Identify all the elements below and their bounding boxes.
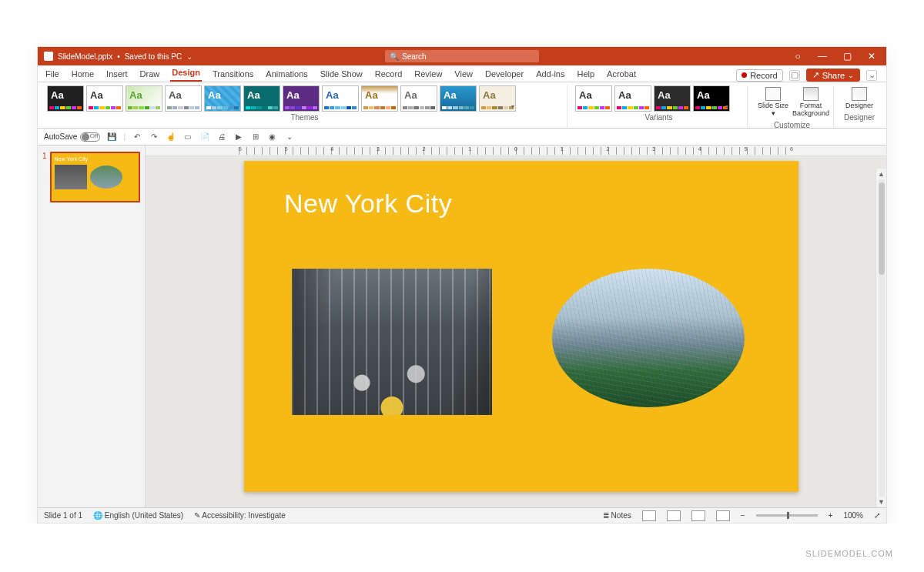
touch-mode-icon[interactable]: ☝ <box>166 132 176 142</box>
slide-thumbnail-1[interactable]: New York City <box>50 152 140 202</box>
variants-gallery[interactable]: AaAaAaAa▾ <box>575 85 742 112</box>
variant-tile-3[interactable]: Aa▾ <box>693 85 730 112</box>
sorter-view-icon[interactable] <box>667 510 681 521</box>
present-icon[interactable]: ▶ <box>233 132 244 142</box>
powerpoint-window: SlideModel.pptx • Saved to this PC ⌄ 🔍 S… <box>37 46 887 523</box>
status-bar: Slide 1 of 1 🌐 English (United States) ✎… <box>38 507 886 523</box>
aerial-photo-placeholder <box>552 269 745 407</box>
horizontal-ruler: 6543210123456 <box>146 146 886 156</box>
normal-view-icon[interactable] <box>642 510 656 521</box>
title-dropdown-icon[interactable]: ⌄ <box>186 52 192 61</box>
tab-transitions[interactable]: Transitions <box>211 68 255 82</box>
quick-access-toolbar: AutoSave Off 💾 | ↶ ↷ ☝ ▭ 📄 🖨 ▶ ⊞ ◉ ⌄ <box>38 129 886 146</box>
slide-canvas[interactable]: New York City <box>244 161 798 492</box>
slide-size-button[interactable]: Slide Size ▾ <box>755 85 791 119</box>
share-label: Share <box>822 71 845 80</box>
themes-group-label: Themes <box>290 113 318 122</box>
user-account-icon[interactable]: ○ <box>789 51 806 62</box>
theme-tile-7[interactable]: Aa <box>322 85 359 112</box>
tab-slide-show[interactable]: Slide Show <box>319 68 364 82</box>
variant-tile-2[interactable]: Aa <box>654 85 691 112</box>
tab-design[interactable]: Design <box>170 66 202 82</box>
format-background-button[interactable]: Format Background <box>793 85 829 119</box>
theme-tile-8[interactable]: Aa <box>361 85 398 112</box>
designer-icon <box>852 87 867 101</box>
accessibility-status[interactable]: ✎ Accessibility: Investigate <box>194 511 286 520</box>
scrollbar-thumb[interactable] <box>879 182 885 275</box>
language-status[interactable]: 🌐 English (United States) <box>93 511 183 520</box>
undo-icon[interactable]: ↶ <box>132 132 142 142</box>
zoom-out-icon[interactable]: − <box>741 511 745 520</box>
zoom-percent[interactable]: 100% <box>843 511 863 520</box>
save-icon[interactable]: 💾 <box>106 132 117 142</box>
tab-acrobat[interactable]: Acrobat <box>605 68 638 82</box>
zoom-slider[interactable] <box>756 514 818 517</box>
autosave-label: AutoSave <box>44 132 77 141</box>
vertical-scrollbar[interactable]: ▲ ▼ <box>875 169 886 507</box>
cameo-icon[interactable]: ◉ <box>267 132 278 142</box>
slide-image-rect[interactable] <box>292 269 492 415</box>
tab-help[interactable]: Help <box>575 68 596 82</box>
tab-home[interactable]: Home <box>70 68 95 82</box>
search-box[interactable]: 🔍 Search <box>385 50 539 62</box>
theme-tile-6[interactable]: Aa <box>283 85 320 112</box>
share-button[interactable]: ↗ Share ⌄ <box>806 69 860 82</box>
variant-tile-1[interactable]: Aa <box>614 85 651 112</box>
ribbon: AaAaAaAaAaAaAaAaAaAaAaAa▾ Themes AaAaAaA… <box>38 82 886 129</box>
theme-tile-2[interactable]: Aa <box>126 85 162 112</box>
variant-tile-0[interactable]: Aa <box>575 85 612 112</box>
qat-dropdown-icon[interactable]: ⌄ <box>284 132 295 142</box>
reading-view-icon[interactable] <box>691 510 705 521</box>
toggle-switch-icon: Off <box>80 132 100 142</box>
scroll-up-icon[interactable]: ▲ <box>878 169 885 179</box>
tab-file[interactable]: File <box>44 68 61 82</box>
grid-icon[interactable]: ⊞ <box>250 132 261 142</box>
designer-button[interactable]: Designer <box>842 85 877 112</box>
notes-button[interactable]: ≣ Notes <box>603 511 631 520</box>
tab-add-ins[interactable]: Add-ins <box>534 68 566 82</box>
theme-tile-0[interactable]: Aa <box>47 85 84 112</box>
maximize-button[interactable]: ▢ <box>839 51 855 62</box>
slide-counter: Slide 1 of 1 <box>44 511 82 520</box>
ribbon-collapse-icon[interactable]: ⌄ <box>866 70 877 81</box>
theme-tile-3[interactable]: Aa <box>165 85 202 112</box>
slide-thumbnails-panel: 1 New York City <box>38 146 146 507</box>
filename: SlideModel.pptx <box>58 52 112 61</box>
theme-tile-9[interactable]: Aa <box>400 85 437 112</box>
variants-group-label: Variants <box>645 113 673 122</box>
record-button[interactable]: Record <box>736 69 782 82</box>
new-slide-icon[interactable]: ▭ <box>182 132 193 142</box>
slideshow-view-icon[interactable] <box>716 510 730 521</box>
slide-title-text[interactable]: New York City <box>284 189 452 219</box>
record-dot-icon <box>742 72 747 78</box>
theme-tile-1[interactable]: Aa <box>86 85 123 112</box>
tab-record[interactable]: Record <box>373 68 403 82</box>
tab-draw[interactable]: Draw <box>139 68 162 82</box>
tab-insert[interactable]: Insert <box>105 68 129 82</box>
thumbnail-image-oval <box>90 166 122 189</box>
tab-view[interactable]: View <box>453 68 474 82</box>
zoom-in-icon[interactable]: + <box>829 511 833 520</box>
themes-gallery[interactable]: AaAaAaAaAaAaAaAaAaAaAaAa▾ <box>47 85 562 112</box>
tab-review[interactable]: Review <box>413 68 444 82</box>
canvas-area: 6543210123456 New York City <box>146 146 886 507</box>
theme-tile-11[interactable]: Aa▾ <box>479 85 516 112</box>
scroll-down-icon[interactable]: ▼ <box>878 497 885 507</box>
tab-animations[interactable]: Animations <box>264 68 309 82</box>
search-icon: 🔍 <box>390 52 399 61</box>
app-icon <box>44 52 53 61</box>
theme-tile-10[interactable]: Aa <box>440 85 477 112</box>
tab-developer[interactable]: Developer <box>484 68 525 82</box>
theme-tile-5[interactable]: Aa <box>243 85 280 112</box>
slide-image-oval[interactable] <box>552 269 745 407</box>
present-dropdown-icon[interactable]: ▢ <box>789 70 800 81</box>
redo-icon[interactable]: ↷ <box>149 132 159 142</box>
print-icon[interactable]: 🖨 <box>216 132 227 142</box>
theme-tile-4[interactable]: Aa <box>204 85 241 112</box>
fit-window-icon[interactable]: ⤢ <box>874 511 880 520</box>
minimize-button[interactable]: — <box>814 51 831 62</box>
title-bar: SlideModel.pptx • Saved to this PC ⌄ 🔍 S… <box>38 47 886 65</box>
autosave-toggle[interactable]: AutoSave Off <box>44 132 100 142</box>
close-button[interactable]: ✕ <box>863 51 880 62</box>
open-icon[interactable]: 📄 <box>199 132 210 142</box>
